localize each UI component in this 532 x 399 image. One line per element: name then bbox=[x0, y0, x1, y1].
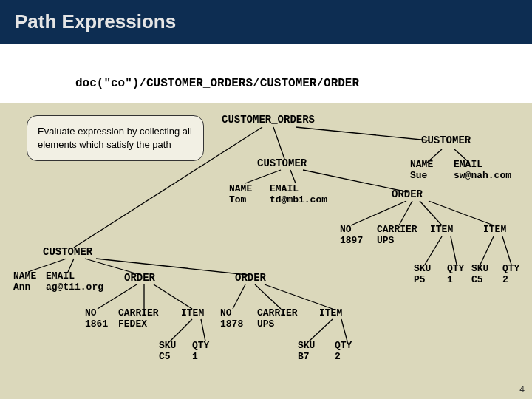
svg-line-29 bbox=[341, 319, 347, 341]
ann-name: NAME Ann bbox=[13, 270, 36, 293]
tom-email: EMAIL td@mbi.com bbox=[270, 183, 327, 205]
svg-line-28 bbox=[309, 319, 332, 341]
sue-email: EMAIL sw@nah.com bbox=[454, 159, 511, 181]
order-1861: ORDER bbox=[124, 272, 155, 284]
order-1897-item1-qty: QTY 1 bbox=[447, 263, 464, 285]
svg-line-22 bbox=[154, 284, 192, 309]
order-1897-item2-sku: SKU C5 bbox=[471, 263, 488, 285]
order-1897-item2: ITEM bbox=[483, 224, 506, 235]
order-1878-item: ITEM bbox=[319, 307, 342, 318]
order-1861-qty: QTY 1 bbox=[192, 340, 209, 362]
svg-line-25 bbox=[233, 284, 245, 309]
customer-sue: CUSTOMER bbox=[421, 134, 471, 146]
path-expression: doc("co")/CUSTOMER_ORDERS/CUSTOMER/ORDER bbox=[75, 77, 359, 90]
order-1861-carrier: CARRIER FEDEX bbox=[118, 307, 159, 330]
slide-title-bar: Path Expressions bbox=[0, 0, 532, 44]
note-callout: Evaluate expression by collecting all el… bbox=[27, 115, 204, 161]
svg-line-5 bbox=[245, 170, 281, 183]
order-1878-no: NO 1878 bbox=[220, 307, 243, 330]
order-1897-item1: ITEM bbox=[430, 224, 453, 235]
svg-line-15 bbox=[502, 236, 511, 265]
svg-line-2 bbox=[296, 127, 429, 140]
svg-line-19 bbox=[96, 259, 248, 275]
order-1861-no: NO 1861 bbox=[85, 307, 108, 330]
svg-line-14 bbox=[480, 236, 494, 265]
page-number: 4 bbox=[519, 384, 525, 395]
customer-ann: CUSTOMER bbox=[43, 246, 92, 258]
svg-line-9 bbox=[399, 201, 412, 225]
svg-line-23 bbox=[170, 319, 192, 341]
order-1897-carrier: CARRIER UPS bbox=[377, 224, 417, 246]
tom-name: NAME Tom bbox=[229, 183, 252, 205]
svg-line-8 bbox=[351, 201, 406, 225]
svg-line-1 bbox=[273, 127, 284, 159]
order-1861-sku: SKU C5 bbox=[159, 340, 176, 362]
note-text: Evaluate expression by collecting all el… bbox=[38, 126, 192, 150]
order-1861-item: ITEM bbox=[181, 307, 204, 318]
svg-line-6 bbox=[290, 170, 296, 183]
order-1878-carrier: CARRIER UPS bbox=[257, 307, 298, 330]
svg-line-12 bbox=[425, 236, 442, 265]
slide-title: Path Expressions bbox=[15, 10, 176, 33]
sue-name: NAME Sue bbox=[410, 159, 433, 181]
svg-line-27 bbox=[265, 284, 332, 309]
order-1878-sku: SKU B7 bbox=[298, 340, 315, 362]
customer-tom: CUSTOMER bbox=[257, 157, 307, 169]
order-1878-qty: QTY 2 bbox=[335, 340, 352, 362]
order-1897: ORDER bbox=[392, 188, 423, 200]
svg-line-26 bbox=[255, 284, 281, 309]
order-1897-item1-sku: SKU P5 bbox=[414, 263, 431, 285]
order-1897-no: NO 1897 bbox=[340, 224, 363, 246]
order-1878: ORDER bbox=[235, 272, 266, 284]
root-node: CUSTOMER_ORDERS bbox=[222, 114, 315, 126]
svg-line-24 bbox=[201, 319, 205, 341]
svg-line-13 bbox=[451, 236, 457, 265]
ann-email: EMAIL ag@tii.org bbox=[46, 270, 103, 293]
order-1897-item2-qty: QTY 2 bbox=[502, 263, 519, 285]
